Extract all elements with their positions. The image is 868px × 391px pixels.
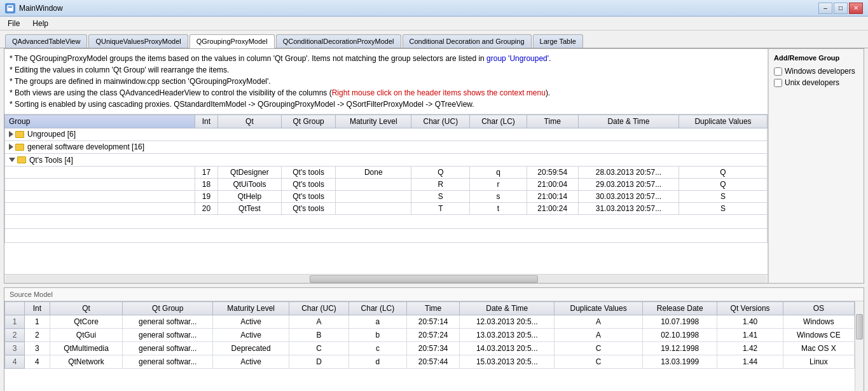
h-scrollbar[interactable] bbox=[4, 274, 768, 283]
expand-general[interactable]: general software development [16] bbox=[9, 142, 144, 151]
src-col-maturity[interactable]: Maturity Level bbox=[213, 302, 289, 315]
src-col-versions[interactable]: Qt Versions bbox=[717, 302, 783, 315]
src-qt-3: QtMultimedia bbox=[50, 342, 123, 355]
src-release-3: 19.12.1998 bbox=[643, 342, 717, 355]
cell-dup-17: Q bbox=[679, 166, 768, 178]
source-row-3[interactable]: 3 3 QtMultimedia general softwar... Depr… bbox=[5, 342, 855, 355]
expand-qttools[interactable]: Qt's Tools [4] bbox=[9, 156, 73, 165]
checkbox-unix-label: Unix developers bbox=[785, 78, 839, 87]
src-qtgroup-2: general softwar... bbox=[123, 329, 213, 342]
cell-charlc-19: s bbox=[470, 190, 527, 202]
cell-maturity-17: Done bbox=[336, 166, 411, 178]
desc-line-5: * Sorting is enabled by using cascading … bbox=[10, 99, 762, 110]
cell-charuc-19: S bbox=[411, 190, 470, 202]
src-dup-3: C bbox=[555, 342, 643, 355]
src-col-qt[interactable]: Qt bbox=[50, 302, 123, 315]
src-col-dup[interactable]: Duplicate Values bbox=[555, 302, 643, 315]
src-release-1: 10.07.1998 bbox=[643, 315, 717, 329]
tab-large-table[interactable]: Large Table bbox=[533, 34, 583, 48]
src-col-charlc[interactable]: Char (LC) bbox=[348, 302, 406, 315]
col-int[interactable]: Int bbox=[195, 115, 218, 128]
cell-int-18: 18 bbox=[195, 178, 218, 190]
source-row-2[interactable]: 2 2 QtGui general softwar... Active B b … bbox=[5, 329, 855, 342]
src-col-datetime[interactable]: Date & Time bbox=[460, 302, 555, 315]
src-dup-2: A bbox=[555, 329, 643, 342]
cell-int-19: 19 bbox=[195, 190, 218, 202]
tab-qunique[interactable]: QUniqueValuesProxyModel bbox=[88, 34, 188, 48]
h-scrollbar-thumb[interactable] bbox=[310, 275, 538, 283]
cell-qtgroup-17: Qt's tools bbox=[282, 166, 336, 178]
src-col-charuc[interactable]: Char (UC) bbox=[289, 302, 349, 315]
src-os-4: Linux bbox=[783, 355, 854, 369]
tab-qadvancedtableview[interactable]: QAdvancedTableView bbox=[5, 34, 87, 48]
src-maturity-4: Active bbox=[213, 355, 289, 369]
desc-line-2: * Editing the values in column 'Qt Group… bbox=[10, 64, 762, 76]
tabs-bar: QAdvancedTableView QUniqueValuesProxyMod… bbox=[0, 31, 868, 48]
src-qtgroup-3: general softwar... bbox=[123, 342, 213, 355]
col-dup[interactable]: Duplicate Values bbox=[679, 115, 768, 128]
src-qt-4: QtNetwork bbox=[50, 355, 123, 369]
tab-conditional-decoration[interactable]: Conditional Decoration and Grouping bbox=[403, 34, 532, 48]
src-col-os[interactable]: OS bbox=[783, 302, 854, 315]
col-char-lc[interactable]: Char (LC) bbox=[470, 115, 527, 128]
tree-scroll-area[interactable]: Group Int Qt Qt Group Maturity Level Cha… bbox=[4, 114, 768, 274]
source-model-title: Source Model bbox=[4, 288, 864, 301]
src-int-2: 2 bbox=[24, 329, 50, 342]
src-datetime-1: 12.03.2013 20:5... bbox=[460, 315, 555, 329]
src-versions-2: 1.41 bbox=[717, 329, 783, 342]
folder-icon2 bbox=[15, 144, 24, 151]
cell-int-20: 20 bbox=[195, 202, 218, 214]
tree-group-general[interactable]: general software development [16] bbox=[5, 141, 768, 154]
tab-qgroupingproxymodel[interactable]: QGroupingProxyModel bbox=[189, 34, 275, 48]
v-scroll-thumb[interactable] bbox=[856, 314, 863, 340]
col-group[interactable]: Group bbox=[5, 115, 195, 128]
cell-time-20: 21:00:24 bbox=[527, 202, 578, 214]
h-scrollbar-track[interactable] bbox=[6, 275, 766, 283]
tree-group-ungrouped[interactable]: Ungrouped [6] bbox=[5, 128, 768, 141]
source-row-1[interactable]: 1 1 QtCore general softwar... Active A a… bbox=[5, 315, 855, 329]
col-time[interactable]: Time bbox=[527, 115, 578, 128]
source-table-scroll[interactable]: Int Qt Qt Group Maturity Level Char (UC)… bbox=[4, 301, 855, 391]
triangle-right-icon bbox=[9, 131, 13, 137]
src-maturity-3: Deprecated bbox=[213, 342, 289, 355]
source-row-4[interactable]: 4 4 QtNetwork general softwar... Active … bbox=[5, 355, 855, 369]
cell-qt-17: QtDesigner bbox=[217, 166, 281, 178]
cell-qtgroup-20: Qt's tools bbox=[282, 202, 336, 214]
src-os-1: Windows bbox=[783, 315, 854, 329]
col-qt-group[interactable]: Qt Group bbox=[282, 115, 336, 128]
checkbox-windows-developers[interactable]: Windows developers bbox=[774, 67, 858, 76]
src-rownum-1: 1 bbox=[5, 315, 25, 329]
main-content: * The QGroupingProxyModel groups the ite… bbox=[4, 48, 864, 284]
checkbox-unix-developers[interactable]: Unix developers bbox=[774, 78, 858, 87]
src-maturity-1: Active bbox=[213, 315, 289, 329]
src-int-4: 4 bbox=[24, 355, 50, 369]
tree-group-qttools[interactable]: Qt's Tools [4] bbox=[5, 154, 768, 167]
src-col-rownum[interactable] bbox=[5, 302, 25, 315]
menu-help[interactable]: Help bbox=[27, 18, 53, 29]
source-table-wrap: Int Qt Qt Group Maturity Level Char (UC)… bbox=[4, 301, 864, 391]
src-charuc-3: C bbox=[289, 342, 349, 355]
close-button[interactable]: ✕ bbox=[849, 3, 863, 14]
src-col-qtgroup[interactable]: Qt Group bbox=[123, 302, 213, 315]
maximize-button[interactable]: □ bbox=[834, 3, 848, 14]
col-qt[interactable]: Qt bbox=[217, 115, 281, 128]
checkbox-windows-input[interactable] bbox=[774, 67, 782, 76]
src-col-release[interactable]: Release Date bbox=[643, 302, 717, 315]
expand-ungrouped[interactable]: Ungrouped [6] bbox=[9, 130, 76, 139]
src-col-int[interactable]: Int bbox=[24, 302, 50, 315]
src-os-3: Mac OS X bbox=[783, 342, 854, 355]
src-col-time[interactable]: Time bbox=[407, 302, 460, 315]
checkbox-unix-input[interactable] bbox=[774, 79, 782, 87]
src-versions-3: 1.42 bbox=[717, 342, 783, 355]
col-char-uc[interactable]: Char (UC) bbox=[411, 115, 470, 128]
col-maturity[interactable]: Maturity Level bbox=[336, 115, 411, 128]
cell-charlc-20: t bbox=[470, 202, 527, 214]
group-qttools-label: Qt's Tools [4] bbox=[29, 156, 73, 165]
group-general-label: general software development [16] bbox=[27, 142, 144, 151]
menu-file[interactable]: File bbox=[3, 18, 25, 29]
col-datetime[interactable]: Date & Time bbox=[578, 115, 679, 128]
minimize-button[interactable]: – bbox=[818, 3, 832, 14]
tab-qconditional[interactable]: QConditionalDecorationProxyModel bbox=[276, 34, 401, 48]
src-datetime-3: 14.03.2013 20:5... bbox=[460, 342, 555, 355]
v-scrollbar[interactable] bbox=[855, 301, 864, 391]
